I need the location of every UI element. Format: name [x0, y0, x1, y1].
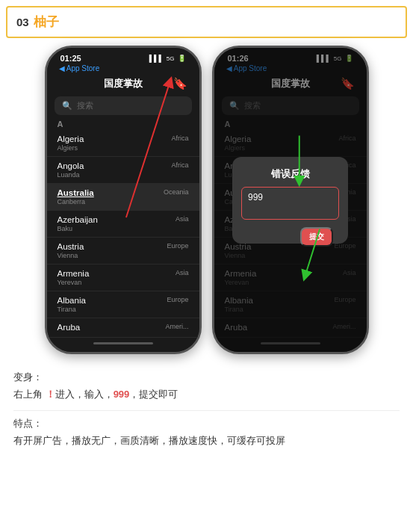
change-text-3: ，提交即可	[129, 389, 178, 400]
submit-button[interactable]: 提交	[300, 227, 333, 247]
error-dialog-overlay: 错误反馈 999 提交	[214, 48, 367, 352]
country-item[interactable]: AngolaLuanda Africa	[47, 157, 199, 184]
header-title-highlight: 柚子	[34, 15, 59, 29]
feature-text: 有开屏广告，播放无广，画质清晰，播放速度快，可缓存可投屏	[13, 433, 400, 449]
search-placeholder-left: 搜索	[77, 100, 93, 111]
header-banner: 03 柚子	[6, 6, 407, 38]
time-left: 01:25	[60, 54, 81, 63]
country-item[interactable]: ArmeniaYerevan Asia	[47, 265, 199, 291]
title-text-left: 国度掌故	[104, 77, 143, 90]
header-number: 03	[16, 16, 29, 28]
error-dialog-title: 错误反馈	[241, 167, 339, 181]
search-bar-left[interactable]: 🔍 搜索	[55, 96, 192, 115]
phone-right: 01:26 ▌▌▌ 5G 🔋 ◀ App Store 国度掌故 🔖 🔍 搜索 A…	[212, 46, 369, 354]
divider	[13, 410, 400, 411]
country-item-australia[interactable]: AustraliaCanberra Oceania	[47, 184, 199, 211]
section-letter-left: A	[47, 118, 199, 130]
app-store-left: ◀ App Store	[47, 64, 199, 74]
error-input-value: 999	[248, 192, 332, 202]
country-item[interactable]: AzerbaijanBaku Asia	[47, 211, 199, 238]
country-item-austria[interactable]: AustriaVienna Europe	[47, 238, 199, 265]
signal-left: ▌▌▌ 5G 🔋	[149, 55, 186, 62]
bookmark-icon-left[interactable]: 🔖	[173, 77, 187, 90]
country-list-left: AlgeriaAlgiers Africa AngolaLuanda Afric…	[47, 130, 199, 338]
country-item[interactable]: AlgeriaAlgiers Africa	[47, 130, 199, 157]
status-bar-left: 01:25 ▌▌▌ 5G 🔋	[47, 48, 199, 64]
country-item[interactable]: Aruba Ameri...	[47, 318, 199, 338]
change-text-1: 右上角	[13, 389, 46, 400]
description-section: 变身： 右上角 ！进入，输入，999，提交即可 特点： 有开屏广告，播放无广，画…	[0, 363, 413, 455]
header-title: 柚子	[34, 13, 59, 31]
search-icon-left: 🔍	[62, 101, 72, 111]
home-indicator-left	[93, 342, 153, 344]
phones-row: 01:25 ▌▌▌ 5G 🔋 ◀ App Store 国度掌故 🔖 🔍 搜索 A…	[0, 46, 413, 363]
phone-left: 01:25 ▌▌▌ 5G 🔋 ◀ App Store 国度掌故 🔖 🔍 搜索 A…	[45, 46, 202, 354]
title-bar-left: 国度掌故 🔖	[47, 74, 199, 93]
change-label: 变身：	[13, 371, 400, 384]
exclaim-mark: ！	[46, 389, 55, 400]
error-input-box[interactable]: 999	[241, 187, 339, 220]
change-999: 999	[114, 389, 130, 400]
change-text: 右上角 ！进入，输入，999，提交即可	[13, 387, 400, 403]
country-item[interactable]: AlbaniaTirana Europe	[47, 291, 199, 318]
bottom-bar-left	[47, 338, 199, 352]
feature-label: 特点：	[13, 417, 400, 430]
error-dialog: 错误反馈 999 提交	[232, 157, 348, 244]
change-text-2: 进入，输入，	[55, 389, 114, 400]
